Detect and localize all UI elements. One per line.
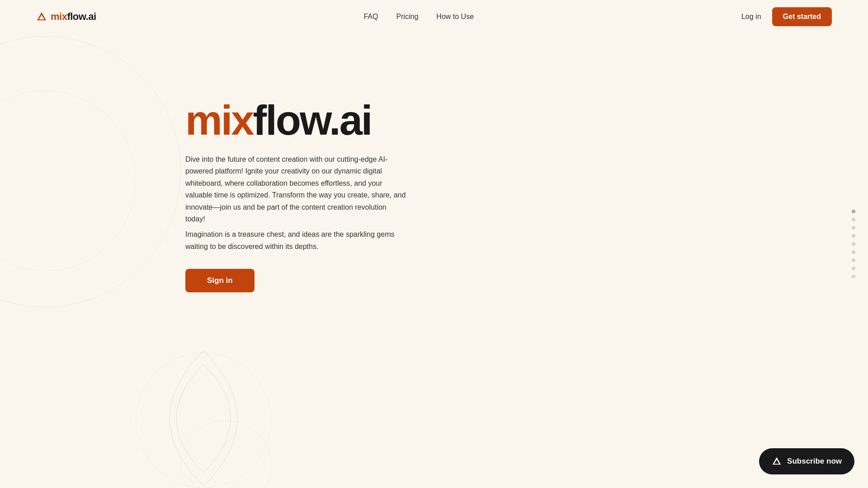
dot-nav-item-2[interactable] <box>852 218 855 221</box>
hero-description: Dive into the future of content creation… <box>185 154 407 225</box>
subscribe-now-button[interactable]: Subscribe now <box>759 448 854 474</box>
dot-nav-item-1[interactable] <box>852 210 855 213</box>
bg-circle-1 <box>0 36 181 307</box>
logo-mix: mix <box>51 11 67 22</box>
hero-brand: mixflow.ai <box>185 99 407 141</box>
hero-brand-flow: flow.ai <box>253 97 372 143</box>
nav-item-how-to-use[interactable]: How to Use <box>436 13 474 21</box>
nav-actions: Log in Get started <box>741 7 832 26</box>
navbar: mixflow.ai FAQ Pricing How to Use Log in… <box>0 0 868 33</box>
nav-link-how-to-use[interactable]: How to Use <box>436 13 474 20</box>
nav-links: FAQ Pricing How to Use <box>363 13 474 21</box>
dot-nav-item-9[interactable] <box>852 275 855 278</box>
subscribe-icon <box>772 456 782 466</box>
nav-item-pricing[interactable]: Pricing <box>396 13 418 21</box>
login-link[interactable]: Log in <box>741 13 761 21</box>
dot-nav-item-5[interactable] <box>852 242 855 246</box>
nav-link-faq[interactable]: FAQ <box>363 13 378 20</box>
dot-nav-item-3[interactable] <box>852 226 855 230</box>
subscribe-label: Subscribe now <box>787 457 842 466</box>
hero-tagline: Imagination is a treasure chest, and ide… <box>185 229 407 253</box>
dot-nav <box>852 210 855 278</box>
dot-nav-item-4[interactable] <box>852 234 855 238</box>
logo[interactable]: mixflow.ai <box>36 11 96 23</box>
dot-nav-item-7[interactable] <box>852 258 855 262</box>
nav-link-pricing[interactable]: Pricing <box>396 13 418 20</box>
bg-circle-4 <box>181 420 271 488</box>
sign-in-button[interactable]: Sign in <box>185 269 255 292</box>
bg-circle-2 <box>0 90 136 271</box>
dot-nav-item-8[interactable] <box>852 267 855 270</box>
curve-decoration <box>136 351 271 488</box>
hero-section: mixflow.ai Dive into the future of conte… <box>185 99 407 292</box>
logo-text: mixflow.ai <box>51 11 96 23</box>
hero-brand-mix: mix <box>185 97 253 143</box>
logo-icon <box>36 11 47 22</box>
bg-circle-3 <box>136 352 271 488</box>
dot-nav-item-6[interactable] <box>852 250 855 254</box>
nav-item-faq[interactable]: FAQ <box>363 13 378 21</box>
logo-flow: flow.ai <box>67 11 96 22</box>
get-started-button[interactable]: Get started <box>772 7 832 26</box>
